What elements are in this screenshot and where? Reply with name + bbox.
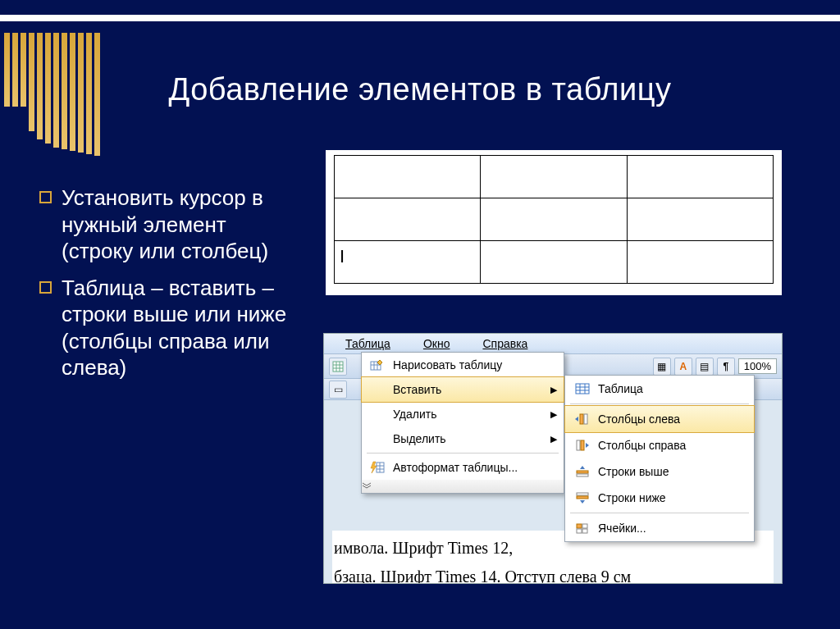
sample-table-illustration: I [326,150,782,295]
cursor-cell: I [335,241,481,284]
submenu-item-label: Столбцы справа [598,439,686,452]
table-dropdown: Нарисовать таблицу Вставить ▶ Удалить ▶ … [361,352,564,494]
submenu-item-table[interactable]: Таблица [565,376,754,402]
svg-rect-11 [577,496,588,499]
menu-item-delete[interactable]: Удалить ▶ [362,402,564,426]
submenu-item-rows-below[interactable]: Строки ниже [565,485,754,511]
menu-item-label: Вставить [393,383,441,396]
submenu-item-columns-right[interactable]: Столбцы справа [565,432,754,458]
submenu-item-label: Столбцы слева [598,412,680,426]
menu-separator [367,453,559,454]
menu-item-insert[interactable]: Вставить ▶ [361,376,564,403]
menu-item-select[interactable]: Выделить ▶ [362,426,564,451]
columns-left-icon [570,411,595,427]
svg-rect-15 [582,529,587,533]
svg-rect-0 [333,362,343,371]
pilcrow-icon[interactable]: ¶ [717,358,735,376]
svg-rect-3 [576,384,589,394]
cells-icon [570,520,595,536]
submenu-arrow-icon: ▶ [550,385,557,395]
submenu-item-columns-left[interactable]: Столбцы слева [564,405,755,433]
menu-help[interactable]: Справка [466,335,544,352]
word-menu-screenshot: Таблица Окно Справка ▦ A ▤ ¶ 100% ▭ имво… [323,333,783,584]
toolbar-icon[interactable]: A [674,358,692,376]
blank-icon [367,406,388,422]
submenu-item-label: Строки выше [598,465,669,478]
submenu-item-label: Ячейки... [598,522,646,535]
svg-rect-8 [577,471,588,473]
menu-item-autoformat[interactable]: Автоформат таблицы... [362,455,564,480]
submenu-item-rows-above[interactable]: Строки выше [565,458,754,485]
slide-title: Добавление элементов в таблицу [0,72,840,107]
menu-expand[interactable] [362,480,564,493]
rows-below-icon [570,490,595,506]
svg-rect-10 [577,493,588,495]
svg-rect-9 [577,474,588,476]
pencil-table-icon [367,357,388,373]
svg-rect-4 [580,414,583,424]
menu-table[interactable]: Таблица [329,335,407,352]
bullet-text: Таблица – вставить – строки выше или ниж… [62,275,302,381]
submenu-arrow-icon: ▶ [550,434,557,444]
menu-window[interactable]: Окно [407,335,467,352]
submenu-item-label: Таблица [598,382,643,395]
toolbar-icon[interactable]: ▭ [329,381,347,399]
menu-item-label: Автоформат таблицы... [393,461,518,474]
svg-rect-14 [577,529,582,533]
svg-rect-13 [582,524,587,528]
bullet-list: Установить курсор в нужный элемент (стро… [39,185,302,391]
svg-rect-7 [581,440,584,450]
menu-item-draw-table[interactable]: Нарисовать таблицу [362,353,564,377]
rows-above-icon [570,463,595,480]
svg-rect-12 [577,524,582,528]
table-icon [570,381,595,397]
insert-submenu: Таблица Столбцы слева Столбцы справа Стр… [564,375,755,542]
toolbar-icon[interactable]: ▦ [653,358,671,376]
columns-right-icon [570,437,595,454]
bullet-marker [39,191,52,203]
svg-rect-5 [584,414,587,424]
submenu-item-label: Строки ниже [598,491,666,504]
menu-item-label: Удалить [393,408,436,421]
menu-separator [570,513,749,513]
blank-icon [367,431,388,447]
zoom-display[interactable]: 100% [738,358,777,374]
svg-rect-6 [577,440,580,450]
bullet-marker [39,281,52,294]
toolbar-icon[interactable] [329,358,347,376]
menu-separator [570,403,749,404]
submenu-arrow-icon: ▶ [550,409,557,420]
sample-table: I [334,155,774,284]
toolbar-icon[interactable]: ▤ [696,358,714,376]
submenu-item-cells[interactable]: Ячейки... [565,515,754,541]
bullet-text: Установить курсор в нужный элемент (стро… [62,185,302,265]
bullet-item: Таблица – вставить – строки выше или ниж… [39,275,302,381]
chevron-down-icon [362,482,372,489]
lightning-icon [367,459,388,476]
menu-item-label: Выделить [393,432,446,445]
top-border [0,15,840,21]
menu-item-label: Нарисовать таблицу [393,358,502,371]
blank-icon [367,381,388,398]
doc-text-line: бзаца. Шрифт Times 14. Отступ слева 9 см [332,563,774,584]
bullet-item: Установить курсор в нужный элемент (стро… [39,185,302,265]
